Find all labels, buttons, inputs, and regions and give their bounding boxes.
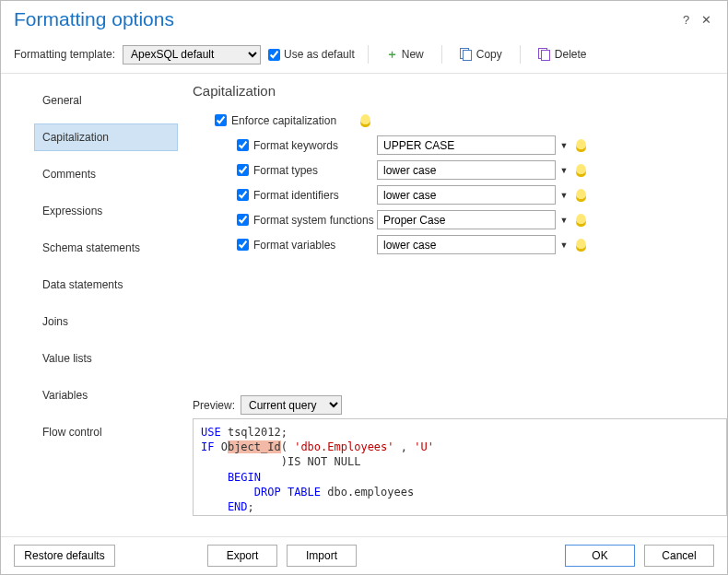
dialog-title: Formatting options <box>14 8 174 30</box>
sidebar-item-capitalization[interactable]: Capitalization <box>34 123 178 151</box>
lightbulb-icon[interactable] <box>576 214 586 227</box>
settings-panel: Capitalization Enforce capitalization Fo… <box>178 74 727 257</box>
use-as-default-checkbox[interactable]: Use as default <box>268 48 355 61</box>
template-select[interactable]: ApexSQL default <box>123 45 261 65</box>
sidebar-item-comments[interactable]: Comments <box>34 160 178 188</box>
format-keywords-checkbox[interactable]: Format keywords <box>237 139 377 152</box>
format-variables-checkbox[interactable]: Format variables <box>237 239 377 252</box>
sidebar: General Capitalization Comments Expressi… <box>1 74 178 516</box>
sidebar-item-flow-control[interactable]: Flow control <box>34 418 178 446</box>
chevron-down-icon[interactable]: ▼ <box>558 216 570 225</box>
preview-mode-select[interactable]: Current query <box>241 395 342 415</box>
chevron-down-icon[interactable]: ▼ <box>558 141 570 150</box>
lightbulb-icon[interactable] <box>576 139 586 152</box>
lightbulb-icon[interactable] <box>576 164 586 177</box>
close-icon[interactable]: ✕ <box>698 13 714 27</box>
format-system-functions-checkbox[interactable]: Format system functions <box>237 214 377 227</box>
format-identifiers-checkbox[interactable]: Format identifiers <box>237 189 377 202</box>
sidebar-item-variables[interactable]: Variables <box>34 381 178 409</box>
import-button[interactable]: Import <box>287 545 357 567</box>
format-keywords-select[interactable]: UPPER CASE <box>377 135 556 155</box>
delete-icon <box>538 48 551 61</box>
format-types-checkbox[interactable]: Format types <box>237 164 377 177</box>
preview-code: USE tsql2012; IF Object_Id( 'dbo.Employe… <box>193 418 727 516</box>
sidebar-item-joins[interactable]: Joins <box>34 308 178 335</box>
chevron-down-icon[interactable]: ▼ <box>558 191 570 200</box>
sidebar-item-data-statements[interactable]: Data statements <box>34 271 178 299</box>
copy-button[interactable]: Copy <box>453 45 509 64</box>
format-variables-select[interactable]: lower case <box>377 235 556 254</box>
help-icon[interactable]: ? <box>678 13 695 27</box>
export-button[interactable]: Export <box>207 545 277 567</box>
delete-button[interactable]: Delete <box>532 45 593 64</box>
sidebar-item-value-lists[interactable]: Value lists <box>34 345 178 372</box>
format-types-select[interactable]: lower case <box>377 160 556 180</box>
sidebar-item-schema-statements[interactable]: Schema statements <box>34 234 178 262</box>
lightbulb-icon[interactable] <box>576 189 586 202</box>
format-system-functions-select[interactable]: Proper Case <box>377 210 556 229</box>
ok-button[interactable]: OK <box>565 545 635 567</box>
copy-icon <box>460 48 473 61</box>
lightbulb-icon[interactable] <box>576 239 586 252</box>
chevron-down-icon[interactable]: ▼ <box>558 166 570 175</box>
preview-label: Preview: <box>193 399 235 412</box>
new-button[interactable]: ＋ New <box>380 43 430 65</box>
chevron-down-icon[interactable]: ▼ <box>558 241 570 250</box>
enforce-capitalization-checkbox[interactable]: Enforce capitalization <box>215 114 355 127</box>
template-label: Formatting template: <box>14 48 115 61</box>
restore-defaults-button[interactable]: Restore defaults <box>14 545 115 567</box>
cancel-button[interactable]: Cancel <box>644 545 714 567</box>
sidebar-item-expressions[interactable]: Expressions <box>34 197 178 225</box>
panel-heading: Capitalization <box>193 83 710 99</box>
use-as-default-input[interactable] <box>268 49 280 61</box>
format-identifiers-select[interactable]: lower case <box>377 185 556 205</box>
sidebar-item-general[interactable]: General <box>34 87 178 114</box>
plus-icon: ＋ <box>386 46 398 63</box>
lightbulb-icon[interactable] <box>360 114 370 127</box>
